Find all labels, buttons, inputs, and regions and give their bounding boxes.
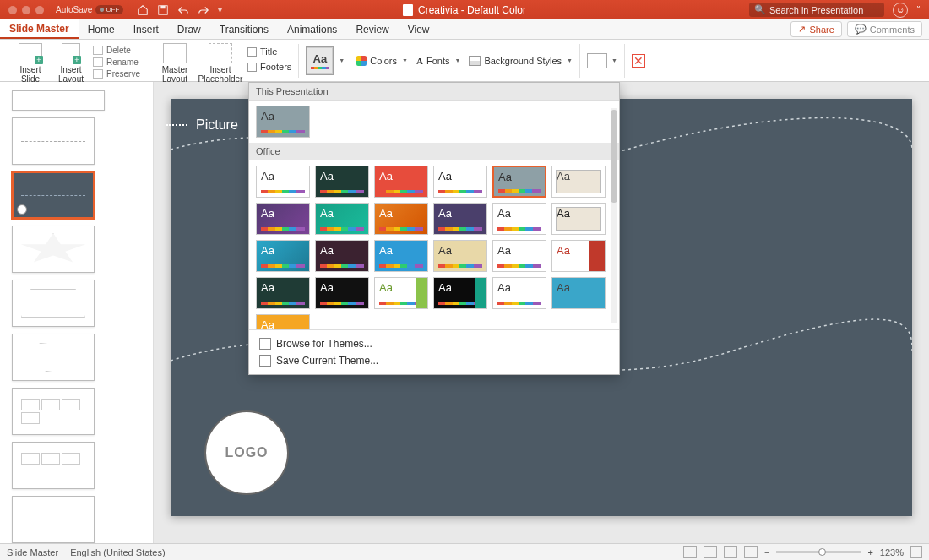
layout-thumbnail[interactable] bbox=[0, 438, 153, 492]
theme-tile[interactable]: Aa bbox=[256, 106, 310, 138]
logo-placeholder[interactable]: LOGO bbox=[204, 410, 289, 495]
theme-tile[interactable]: Aa bbox=[315, 203, 369, 235]
qat-more-icon[interactable]: ▾ bbox=[218, 5, 222, 14]
ribbon-toolbar: + Insert Slide Master + Insert Layout De… bbox=[0, 40, 929, 82]
chevron-down-icon[interactable]: ▼ bbox=[339, 57, 345, 63]
tab-transitions[interactable]: Transitions bbox=[210, 19, 278, 39]
zoom-level[interactable]: 123% bbox=[880, 547, 904, 557]
theme-tile[interactable]: Aa bbox=[433, 203, 487, 235]
layout-thumbnail[interactable] bbox=[0, 384, 153, 438]
theme-tile[interactable]: Aa bbox=[315, 240, 369, 272]
colors-dropdown[interactable]: Colors▼ bbox=[356, 56, 408, 66]
preserve-button[interactable]: Preserve bbox=[91, 68, 142, 79]
save-icon[interactable] bbox=[157, 4, 169, 16]
theme-tile[interactable]: Aa bbox=[315, 277, 369, 309]
theme-tile[interactable]: Aa bbox=[551, 203, 606, 235]
insert-layout-button[interactable]: + Insert Layout bbox=[54, 43, 88, 84]
reading-view-button[interactable] bbox=[724, 546, 737, 558]
master-thumbnail[interactable] bbox=[0, 87, 153, 114]
delete-button[interactable]: Delete bbox=[91, 45, 142, 56]
tab-slide-master[interactable]: Slide Master bbox=[0, 19, 79, 39]
theme-tile[interactable]: Aa bbox=[374, 166, 428, 198]
theme-tile[interactable]: Aa bbox=[374, 240, 428, 272]
theme-tile[interactable]: Aa bbox=[315, 166, 369, 198]
slideshow-view-button[interactable] bbox=[744, 546, 758, 558]
themes-gallery-button[interactable]: Aa bbox=[306, 46, 334, 75]
theme-tile[interactable]: Aa bbox=[551, 277, 606, 309]
quick-access-toolbar: ▾ bbox=[137, 4, 222, 16]
autosave-label: AutoSave bbox=[56, 5, 92, 14]
sorter-view-button[interactable] bbox=[704, 546, 717, 558]
theme-tile[interactable]: Aa bbox=[433, 277, 487, 309]
guide-dots bbox=[166, 124, 187, 126]
browse-themes-button[interactable]: Browse for Themes... bbox=[249, 335, 619, 352]
folder-icon bbox=[259, 338, 271, 350]
theme-tile[interactable]: Aa bbox=[374, 203, 428, 235]
close-window-icon[interactable] bbox=[8, 6, 17, 14]
save-theme-button[interactable]: Save Current Theme... bbox=[249, 352, 619, 369]
slide-size-dropdown[interactable]: ▼ bbox=[587, 53, 617, 68]
theme-tile[interactable]: Aa bbox=[256, 314, 310, 329]
layout-thumbnail[interactable] bbox=[0, 168, 153, 222]
title-checkbox[interactable]: Title bbox=[247, 46, 291, 57]
normal-view-button[interactable] bbox=[683, 546, 697, 558]
home-icon[interactable] bbox=[137, 4, 149, 16]
theme-tile[interactable]: Aa bbox=[433, 166, 487, 198]
close-master-button[interactable]: ✕ bbox=[632, 54, 645, 68]
ribbon-tabs: Slide MasterHomeInsertDrawTransitionsAni… bbox=[0, 19, 929, 40]
tab-review[interactable]: Review bbox=[346, 19, 398, 39]
theme-tile[interactable]: Aa bbox=[551, 166, 606, 198]
slide-size-icon bbox=[587, 53, 607, 68]
theme-tile[interactable]: Aa bbox=[492, 203, 546, 235]
zoom-in-button[interactable]: + bbox=[867, 547, 872, 557]
redo-icon[interactable] bbox=[198, 4, 209, 16]
master-layout-button[interactable]: Master Layout bbox=[156, 43, 193, 84]
zoom-slider[interactable] bbox=[776, 551, 861, 553]
tab-animations[interactable]: Animations bbox=[278, 19, 346, 39]
tab-home[interactable]: Home bbox=[79, 19, 124, 39]
picture-placeholder-label[interactable]: Picture bbox=[196, 117, 238, 133]
layout-thumbnail[interactable] bbox=[0, 492, 153, 543]
theme-tile[interactable]: Aa bbox=[256, 240, 310, 272]
minimize-window-icon[interactable] bbox=[22, 6, 30, 14]
insert-placeholder-button[interactable]: Insert Placeholder bbox=[197, 43, 244, 84]
layout-thumbnail[interactable] bbox=[0, 330, 153, 384]
theme-tile[interactable]: Aa bbox=[492, 166, 546, 198]
background-styles-dropdown[interactable]: Background Styles▼ bbox=[469, 56, 573, 66]
slide-canvas-area[interactable]: Picture LOGO This Presentation Aa Office… bbox=[154, 82, 929, 543]
theme-tile[interactable]: Aa bbox=[492, 277, 546, 309]
theme-tile[interactable]: Aa bbox=[256, 203, 310, 235]
footers-checkbox[interactable]: Footers bbox=[247, 62, 291, 72]
fonts-dropdown[interactable]: AFonts▼ bbox=[416, 56, 460, 66]
theme-tile[interactable]: Aa bbox=[256, 277, 310, 309]
theme-tile[interactable]: Aa bbox=[433, 240, 487, 272]
dropdown-scrollbar[interactable] bbox=[611, 108, 617, 323]
undo-icon[interactable] bbox=[177, 4, 189, 16]
tab-view[interactable]: View bbox=[399, 19, 439, 39]
rename-button[interactable]: Rename bbox=[91, 57, 142, 68]
slide-thumbnails-pane[interactable] bbox=[0, 82, 154, 543]
theme-tile[interactable]: Aa bbox=[551, 240, 606, 272]
layout-thumbnail[interactable] bbox=[0, 276, 153, 330]
autosave-toggle[interactable]: AutoSave OFF bbox=[56, 5, 123, 14]
theme-tile[interactable]: Aa bbox=[492, 240, 546, 272]
status-bar: Slide Master English (United States) − +… bbox=[0, 543, 929, 560]
search-input[interactable]: 🔍 Search in Presentation bbox=[749, 3, 884, 17]
zoom-window-icon[interactable] bbox=[35, 6, 44, 14]
search-icon: 🔍 bbox=[754, 4, 766, 15]
comments-button[interactable]: 💬Comments bbox=[847, 21, 922, 37]
zoom-out-button[interactable]: − bbox=[764, 547, 769, 557]
theme-tile[interactable]: Aa bbox=[374, 277, 428, 309]
ribbon-options-icon[interactable]: ˅ bbox=[916, 5, 921, 14]
theme-tile[interactable]: Aa bbox=[256, 166, 310, 198]
status-language[interactable]: English (United States) bbox=[70, 547, 166, 557]
fit-to-window-button[interactable] bbox=[910, 546, 922, 558]
svg-rect-1 bbox=[161, 5, 166, 8]
layout-thumbnail[interactable] bbox=[0, 222, 153, 276]
colors-icon bbox=[356, 56, 367, 66]
share-button[interactable]: ↗Share bbox=[790, 21, 841, 37]
layout-thumbnail[interactable] bbox=[0, 114, 153, 168]
account-icon[interactable]: ☺ bbox=[893, 3, 908, 18]
tab-draw[interactable]: Draw bbox=[168, 19, 210, 39]
tab-insert[interactable]: Insert bbox=[124, 19, 168, 39]
